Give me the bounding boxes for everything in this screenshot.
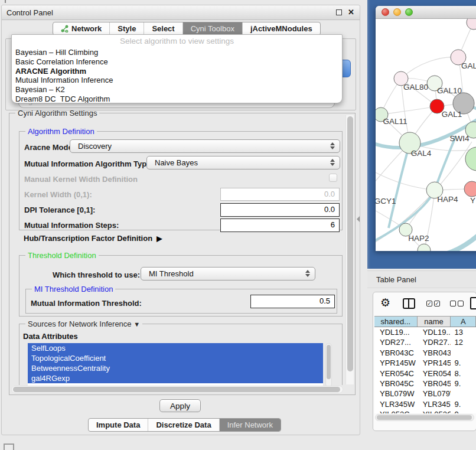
mi-type-label: Mutual Information Algorithm Type: <box>24 159 154 168</box>
settings-horizontal-scrollbar[interactable] <box>11 386 343 393</box>
attribute-item-betweennesscentrality[interactable]: BetweennessCentrality <box>28 363 323 373</box>
threshold-definition-group: Threshold Definition Which threshold to … <box>19 255 343 317</box>
node-label-gcy1: GCY1 <box>376 197 396 206</box>
combo-spinner-icon <box>330 142 335 149</box>
column-layout-icon[interactable] <box>403 298 415 309</box>
table-row[interactable]: YBR045CYBR045C9. <box>374 379 476 389</box>
table-cell: YBL079W <box>418 389 451 399</box>
combo-spinner-icon <box>305 270 310 277</box>
minimize-traffic-light-icon[interactable] <box>393 8 401 16</box>
data-attributes-list[interactable]: SelfLoopsTopologicalCoefficientBetweenne… <box>28 343 323 387</box>
control-panel: Control Panel ✕ NetworkStyleSelectCyni T… <box>1 5 360 435</box>
which-threshold-combo[interactable]: MI Threshold <box>141 267 315 281</box>
kernel-width-field[interactable]: 0.0 <box>220 188 340 201</box>
data-attributes-label: Data Attributes <box>23 332 78 341</box>
mi-type-combo[interactable]: Naive Bayes <box>146 156 340 169</box>
table-cell: YER054C <box>374 369 418 379</box>
table-row[interactable]: YIL052CYIL052C9 <box>374 409 476 413</box>
table-row[interactable]: YDR27...YDR27...12 <box>374 337 476 347</box>
network-node[interactable] <box>464 181 476 197</box>
mi-threshold-definition-title: MI Threshold Definition <box>32 285 115 294</box>
mi-threshold-label: Mutual Information Threshold: <box>31 299 142 308</box>
column-header-a[interactable]: A <box>451 317 476 327</box>
table-row[interactable]: YBR043CYBR043C <box>374 348 476 358</box>
splitpane-arrow-icon[interactable] <box>357 216 360 222</box>
table-row[interactable]: YDL19...YDL19...13 <box>374 327 476 337</box>
dpi-tolerance-field[interactable]: 0.0 <box>220 203 340 217</box>
column-header-name[interactable]: name <box>418 317 451 327</box>
close-icon[interactable]: ✕ <box>348 8 354 17</box>
tab-cyni-toolbox[interactable]: Cyni Toolbox <box>183 22 243 35</box>
close-traffic-light-icon[interactable] <box>382 8 389 16</box>
zoom-traffic-light-icon[interactable] <box>405 8 413 16</box>
which-threshold-label: Which threshold to use: <box>53 270 140 279</box>
column-header-shared[interactable]: shared... <box>374 317 418 327</box>
dpi-tolerance-label: DPI Tolerance [0,1]: <box>24 206 95 214</box>
node-label-gal4: GAL4 <box>411 149 432 158</box>
attribute-item-topologicalcoefficient[interactable]: TopologicalCoefficient <box>28 353 323 363</box>
manual-kernel-checkbox[interactable] <box>329 174 337 182</box>
mi-threshold-field[interactable]: 0.5 <box>250 295 335 308</box>
tab-jactivemnodules[interactable]: jActiveMNodules <box>243 22 320 35</box>
tab-infer-network[interactable]: Infer Network <box>220 419 281 431</box>
clipped-toolbar-icon[interactable] <box>470 297 476 309</box>
cyni-algorithm-settings-group: Cyni Algorithm Settings Algorithm Defini… <box>9 113 356 395</box>
tab-label: Impute Data <box>96 420 140 429</box>
table-header-row: shared...nameA <box>374 316 476 327</box>
table-panel-titlebar[interactable]: Table Panel <box>367 270 476 288</box>
combo-spinner-icon <box>330 159 335 166</box>
tab-discretize-data[interactable]: Discretize Data <box>148 419 219 431</box>
node-label-gal11: GAL11 <box>383 117 407 126</box>
table-cell: 8. <box>451 369 476 379</box>
tab-style[interactable]: Style <box>110 22 144 35</box>
dropdown-item-aracne-algorithm[interactable]: ARACNE Algorithm <box>12 67 342 76</box>
sources-title[interactable]: Sources for Network Inference ▼ <box>25 319 142 328</box>
tab-label: Style <box>118 24 136 33</box>
table-rows: YDL19...YDL19...13YDR27...YDR27...12YBR0… <box>374 327 476 413</box>
bottom-tab-bar: Impute DataDiscretize DataInfer Network <box>88 418 281 432</box>
table-cell: YIL052C <box>418 409 451 413</box>
dropdown-item-dream8-dc-tdc-algorithm[interactable]: Dream8 DC_TDC Algorithm <box>12 94 342 103</box>
dropdown-item-mutual-information-inference[interactable]: Mutual Information Inference <box>12 76 342 85</box>
table-row[interactable]: YBL079WYBL079W <box>374 389 476 399</box>
network-node[interactable] <box>418 244 431 251</box>
network-window-titlebar[interactable] <box>376 6 476 19</box>
table-row[interactable]: YLR345WYLR345W9. <box>374 399 476 409</box>
table-cell: YBR045C <box>418 379 451 389</box>
table-cell: 9 <box>451 409 476 413</box>
tab-select[interactable]: Select <box>144 22 182 35</box>
table-row[interactable]: YER054CYER054C8. <box>374 369 476 379</box>
table-cell: 9. <box>451 379 476 389</box>
checked-boxes-icon[interactable]: ✓✓ <box>426 301 440 306</box>
float-icon[interactable] <box>336 9 342 15</box>
table-cell: 12 <box>451 337 476 347</box>
unchecked-boxes-icon[interactable] <box>450 301 464 306</box>
apply-button[interactable]: Apply <box>159 399 201 412</box>
tab-impute-data[interactable]: Impute Data <box>89 419 148 431</box>
table-cell: YLR345W <box>418 399 451 409</box>
table-cell: 13 <box>451 327 476 337</box>
sources-group: Sources for Network Inference ▼ Data Att… <box>19 324 343 385</box>
tab-network[interactable]: Network <box>53 22 110 35</box>
tab-label: Infer Network <box>227 420 273 429</box>
control-panel-titlebar[interactable]: Control Panel ✕ <box>2 5 360 20</box>
settings-vertical-scrollbar[interactable] <box>345 115 354 384</box>
table-horizontal-scrollbar[interactable] <box>375 414 474 421</box>
mi-threshold-definition-group: MI Threshold Definition Mutual Informati… <box>25 289 337 314</box>
network-node[interactable] <box>467 19 476 30</box>
mi-steps-field[interactable]: 6 <box>220 219 340 232</box>
attribute-item-gal4rgexp[interactable]: gal4RGexp <box>28 373 323 383</box>
table-cell: YDL19... <box>418 327 451 337</box>
dropdown-item-bayesian-k2[interactable]: Bayesian – K2 <box>12 85 342 94</box>
network-canvas[interactable]: GAL1GAL80GAL10GAL1GAL11GAL4SWI4HAP4YGCY1… <box>376 19 476 251</box>
aracne-mode-combo[interactable]: Discovery <box>70 139 340 153</box>
dropdown-item-bayesian-hill-climbing[interactable]: Bayesian – Hill Climbing <box>12 48 342 57</box>
attribute-item-selfloops[interactable]: SelfLoops <box>28 343 323 353</box>
table-row[interactable]: YPR145WYPR145W9. <box>374 358 476 368</box>
table-cell: 9. <box>451 358 476 368</box>
attributes-list-scrollbar[interactable] <box>325 343 332 387</box>
node-label-gal10: GAL10 <box>437 86 462 95</box>
gear-icon[interactable]: ⚙ <box>380 296 390 309</box>
dropdown-item-basic-correlation-inference[interactable]: Basic Correlation Inference <box>12 57 342 67</box>
hub-definition-toggle[interactable]: Hub/Transcription Factor Definition▶ <box>24 234 162 243</box>
